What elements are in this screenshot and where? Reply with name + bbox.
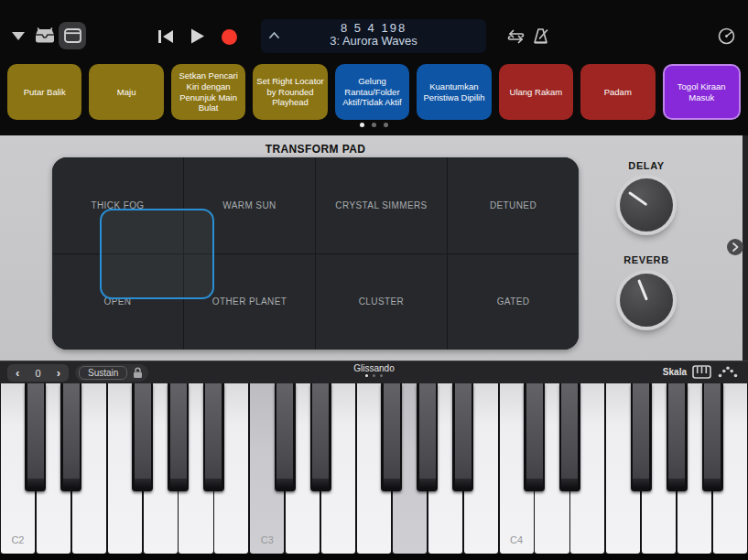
pad-cell-label: CLUSTER bbox=[359, 296, 404, 307]
pad-cell-label: CRYSTAL SIMMERS bbox=[335, 200, 427, 210]
pad-cell-gated[interactable]: GATED bbox=[448, 254, 579, 350]
transform-pad-title: TRANSFORM PAD bbox=[52, 143, 579, 156]
black-key[interactable] bbox=[275, 383, 296, 491]
knob-pointer bbox=[637, 279, 648, 300]
shortcut-button-putar-balik[interactable]: Putar Balik bbox=[7, 64, 81, 120]
black-key-face bbox=[668, 383, 685, 479]
song-drawer-icon[interactable] bbox=[33, 25, 57, 47]
black-key-face bbox=[526, 383, 543, 479]
page-dot[interactable] bbox=[365, 374, 368, 377]
pad-selection-frame[interactable] bbox=[100, 209, 214, 299]
shortcut-button-setkan-pencari-kiri-dengan-penunjuk-main-bulat[interactable]: Setkan Pencari Kiri dengan Penunjuk Main… bbox=[171, 64, 245, 120]
chevron-right-icon bbox=[731, 242, 740, 253]
lcd-track-name: 3: Aurora Waves bbox=[261, 34, 486, 48]
page-dot[interactable] bbox=[384, 123, 388, 127]
black-key-lip bbox=[27, 479, 44, 489]
black-key[interactable] bbox=[203, 383, 224, 491]
knob-pointer bbox=[627, 191, 646, 206]
page-dot[interactable] bbox=[360, 123, 364, 127]
piano-keyboard[interactable]: C2C3C4 bbox=[0, 383, 748, 554]
black-key-face bbox=[135, 383, 151, 479]
black-key-face bbox=[704, 383, 721, 479]
black-key-face bbox=[27, 383, 44, 479]
black-key[interactable] bbox=[631, 383, 652, 491]
garageband-remote-screen: 8 5 4 198 3: Aurora Waves bbox=[0, 0, 748, 560]
shortcut-page-dots[interactable] bbox=[0, 123, 748, 127]
black-key[interactable] bbox=[702, 383, 723, 491]
key-label: C4 bbox=[500, 534, 534, 545]
black-key[interactable] bbox=[452, 383, 473, 491]
sustain-button[interactable]: Sustain bbox=[79, 366, 127, 380]
shortcut-button-padam[interactable]: Padam bbox=[580, 64, 655, 120]
shortcut-button-maju[interactable]: Maju bbox=[89, 64, 163, 120]
note-layout-button[interactable] bbox=[718, 366, 738, 378]
shortcut-button-ulang-rakam[interactable]: Ulang Rakam bbox=[499, 64, 573, 120]
black-key-lip bbox=[561, 479, 578, 489]
black-key-lip bbox=[170, 479, 187, 489]
black-key[interactable] bbox=[310, 383, 331, 491]
window-view-button[interactable] bbox=[59, 22, 86, 49]
page-dot[interactable] bbox=[372, 123, 376, 127]
black-key-face bbox=[384, 383, 400, 479]
cycle-loop-button[interactable] bbox=[505, 27, 526, 45]
black-key[interactable] bbox=[60, 383, 81, 491]
black-key-lip bbox=[276, 479, 293, 489]
mini-keyboard-icon bbox=[692, 365, 711, 379]
black-key-face bbox=[419, 383, 436, 479]
black-key[interactable] bbox=[168, 383, 189, 491]
sustain-lock-button[interactable] bbox=[133, 367, 143, 379]
sustain-control[interactable]: Sustain bbox=[75, 364, 148, 382]
black-key[interactable] bbox=[559, 383, 580, 491]
next-panel-button[interactable] bbox=[727, 239, 743, 255]
black-key[interactable] bbox=[381, 383, 402, 491]
shortcut-button-togol-kiraan-masuk[interactable]: Togol Kiraan Masuk bbox=[663, 64, 741, 120]
dots-fan-icon bbox=[718, 366, 738, 378]
pad-cell-cluster[interactable]: CLUSTER bbox=[316, 254, 447, 350]
pad-cell-label: DETUNED bbox=[490, 200, 537, 210]
octave-stepper[interactable]: ‹ 0 › bbox=[7, 364, 69, 382]
black-key-lip bbox=[312, 479, 329, 489]
shortcut-button-gelung-rantau-folder-aktif-tidak-aktif[interactable]: Gelung Rantau/Folder Aktif/Tidak Aktif bbox=[335, 64, 409, 120]
shortcut-button-set-right-locator-by-rounded-playhead[interactable]: Set Right Locator by Rounded Playhead bbox=[253, 64, 327, 120]
keyboard-scale-button[interactable] bbox=[692, 365, 711, 379]
black-key-lip bbox=[419, 479, 436, 489]
keyboard-mode-dots[interactable] bbox=[0, 374, 748, 377]
lcd-position-readout: 8 5 4 198 bbox=[261, 21, 486, 35]
pad-cell-detuned[interactable]: DETUNED bbox=[448, 157, 579, 253]
metronome-button[interactable] bbox=[532, 27, 550, 45]
pad-cell-crystal-simmers[interactable]: CRYSTAL SIMMERS bbox=[316, 157, 447, 253]
black-key-lip bbox=[704, 479, 721, 489]
window-icon bbox=[64, 28, 81, 43]
octave-value: 0 bbox=[27, 364, 48, 382]
octave-down-button[interactable]: ‹ bbox=[7, 364, 27, 382]
octave-up-button[interactable]: › bbox=[49, 364, 69, 382]
black-key[interactable] bbox=[132, 383, 153, 491]
pad-cell-label: OTHER PLANET bbox=[212, 296, 287, 307]
key-label: C3 bbox=[250, 534, 284, 545]
keyboard-bottom-strip bbox=[0, 554, 748, 560]
rewind-to-start-button[interactable] bbox=[157, 28, 175, 44]
scale-label: Skala bbox=[663, 367, 687, 377]
black-key-lip bbox=[63, 479, 80, 489]
record-icon bbox=[222, 29, 237, 45]
lcd-display[interactable]: 8 5 4 198 3: Aurora Waves bbox=[261, 19, 486, 53]
shortcut-button-kuantumkan-peristiwa-dipilih[interactable]: Kuantumkan Peristiwa Dipilih bbox=[417, 64, 491, 120]
black-key[interactable] bbox=[667, 383, 688, 491]
chevron-down-icon[interactable] bbox=[11, 30, 26, 41]
black-key-face bbox=[63, 383, 80, 479]
black-key-lip bbox=[205, 479, 222, 489]
black-key[interactable] bbox=[417, 383, 438, 491]
lock-icon bbox=[133, 367, 143, 379]
play-button[interactable] bbox=[190, 28, 205, 44]
reverb-knob[interactable] bbox=[620, 274, 673, 327]
delay-knob[interactable] bbox=[620, 178, 673, 232]
page-dot[interactable] bbox=[373, 374, 375, 377]
pad-cell-label: GATED bbox=[497, 296, 530, 307]
black-key-face bbox=[455, 383, 472, 479]
black-key[interactable] bbox=[25, 383, 46, 491]
controls-dial-button[interactable] bbox=[718, 27, 735, 45]
black-key[interactable] bbox=[524, 383, 545, 491]
record-button[interactable] bbox=[221, 28, 237, 45]
page-dot[interactable] bbox=[380, 374, 383, 377]
reverb-knob-label: REVERB bbox=[591, 254, 701, 265]
